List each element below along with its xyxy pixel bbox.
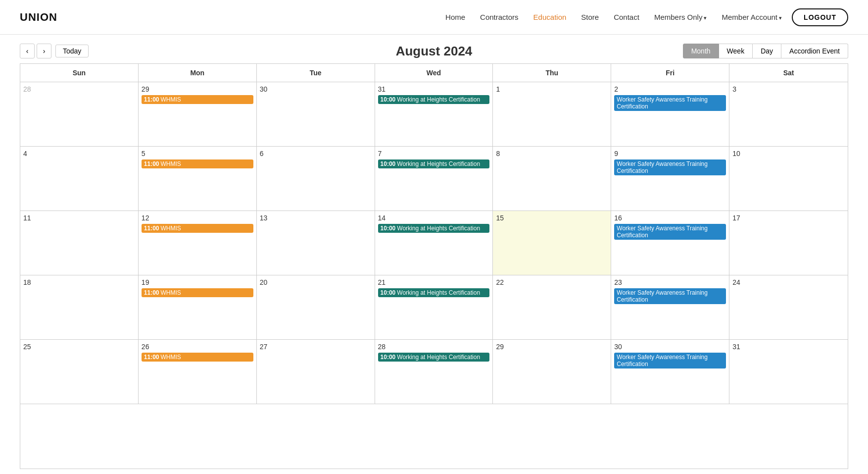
calendar-cell[interactable]: 30Worker Safety Awareness Training Certi… bbox=[611, 340, 729, 404]
nav-member-account[interactable]: Member Account bbox=[722, 13, 782, 21]
event-title: Worker Safety Awareness Training Certifi… bbox=[617, 289, 708, 303]
day-number: 4 bbox=[23, 150, 135, 158]
site-logo: UNION bbox=[20, 11, 57, 24]
nav-contractors[interactable]: Contractors bbox=[480, 13, 519, 21]
calendar-cell[interactable]: 511:00WHMIS bbox=[139, 147, 257, 211]
calendar-event[interactable]: 10:00Working at Heights Certification bbox=[378, 353, 490, 362]
calendar-cell[interactable]: 3110:00Working at Heights Certification bbox=[375, 82, 493, 147]
calendar-cell[interactable]: 1410:00Working at Heights Certification bbox=[375, 211, 493, 275]
calendar-event[interactable]: 10:00Working at Heights Certification bbox=[378, 288, 490, 297]
day-number: 13 bbox=[260, 214, 372, 222]
day-number: 2 bbox=[614, 85, 726, 93]
day-number: 27 bbox=[260, 343, 372, 351]
calendar-cell[interactable]: 16Worker Safety Awareness Training Certi… bbox=[611, 211, 729, 275]
calendar-event[interactable]: Worker Safety Awareness Training Certifi… bbox=[614, 224, 726, 240]
calendar-cell[interactable]: 15 bbox=[493, 211, 611, 275]
calendar-event[interactable]: Worker Safety Awareness Training Certifi… bbox=[614, 95, 726, 111]
calendar-event[interactable]: 11:00WHMIS bbox=[142, 353, 253, 362]
calendar-cell[interactable]: 17 bbox=[729, 211, 848, 275]
calendar-cell[interactable]: 28 bbox=[20, 82, 139, 147]
event-title: Worker Safety Awareness Training Certifi… bbox=[617, 225, 708, 239]
event-title: Worker Safety Awareness Training Certifi… bbox=[617, 96, 708, 110]
nav-store[interactable]: Store bbox=[581, 13, 599, 21]
calendar-cell[interactable]: 1211:00WHMIS bbox=[139, 211, 257, 275]
calendar-event[interactable]: 11:00WHMIS bbox=[142, 95, 253, 104]
calendar-cell[interactable]: 20 bbox=[257, 275, 375, 340]
day-number: 5 bbox=[142, 150, 253, 158]
calendar-event[interactable]: Worker Safety Awareness Training Certifi… bbox=[614, 353, 726, 369]
view-day-button[interactable]: Day bbox=[753, 44, 781, 58]
event-time: 10:00 bbox=[381, 225, 396, 232]
calendar-event[interactable]: 11:00WHMIS bbox=[142, 224, 253, 233]
day-number: 14 bbox=[378, 214, 490, 222]
calendar-event[interactable]: Worker Safety Awareness Training Certifi… bbox=[614, 288, 726, 304]
calendar-cell[interactable]: 25 bbox=[20, 340, 139, 404]
calendar-cell[interactable]: 710:00Working at Heights Certification bbox=[375, 147, 493, 211]
nav-members-only[interactable]: Members Only bbox=[654, 13, 707, 21]
day-number: 22 bbox=[496, 278, 608, 286]
calendar-cell[interactable]: 2611:00WHMIS bbox=[139, 340, 257, 404]
nav-home[interactable]: Home bbox=[445, 13, 465, 21]
calendar-cell[interactable]: 29 bbox=[493, 340, 611, 404]
today-button[interactable]: Today bbox=[55, 45, 89, 57]
next-month-button[interactable]: › bbox=[37, 44, 51, 58]
calendar-cell[interactable]: 2Worker Safety Awareness Training Certif… bbox=[611, 82, 729, 147]
day-number: 17 bbox=[732, 214, 845, 222]
header-thu: Thu bbox=[493, 64, 611, 82]
day-number: 6 bbox=[260, 150, 372, 158]
view-month-button[interactable]: Month bbox=[683, 44, 719, 58]
calendar-cell[interactable]: 2110:00Working at Heights Certification bbox=[375, 275, 493, 340]
calendar-cell[interactable]: 31 bbox=[729, 340, 848, 404]
header-mon: Mon bbox=[139, 64, 257, 82]
logout-button[interactable]: LOGOUT bbox=[792, 8, 848, 26]
calendar-event[interactable]: 11:00WHMIS bbox=[142, 159, 253, 168]
calendar-controls: ‹ › Today August 2024 Month Week Day Acc… bbox=[0, 35, 868, 63]
view-accordion-button[interactable]: Accordion Event bbox=[781, 44, 848, 58]
calendar-cell[interactable]: 24 bbox=[729, 275, 848, 340]
calendar-cell[interactable]: 9Worker Safety Awareness Training Certif… bbox=[611, 147, 729, 211]
calendar-cell[interactable]: 4 bbox=[20, 147, 139, 211]
calendar-cell[interactable]: 8 bbox=[493, 147, 611, 211]
calendar-cell[interactable]: 13 bbox=[257, 211, 375, 275]
calendar-cell[interactable]: 3 bbox=[729, 82, 848, 147]
header-wed: Wed bbox=[375, 64, 493, 82]
prev-month-button[interactable]: ‹ bbox=[20, 44, 35, 58]
event-time: 11:00 bbox=[144, 96, 159, 103]
view-week-button[interactable]: Week bbox=[719, 44, 753, 58]
day-number: 3 bbox=[732, 85, 845, 93]
day-number: 28 bbox=[23, 85, 135, 93]
calendar-cell[interactable]: 1 bbox=[493, 82, 611, 147]
calendar-nav-buttons: ‹ › Today bbox=[20, 44, 89, 58]
day-number: 29 bbox=[496, 343, 608, 351]
view-buttons: Month Week Day Accordion Event bbox=[683, 44, 848, 58]
calendar-cell[interactable]: 2810:00Working at Heights Certification bbox=[375, 340, 493, 404]
calendar-cell[interactable]: 27 bbox=[257, 340, 375, 404]
calendar-cell[interactable]: 1911:00WHMIS bbox=[139, 275, 257, 340]
calendar-title: August 2024 bbox=[396, 44, 473, 59]
event-time: 10:00 bbox=[381, 289, 396, 296]
event-time: 10:00 bbox=[381, 96, 396, 103]
nav-education[interactable]: Education bbox=[533, 13, 567, 21]
calendar-cell[interactable]: 23Worker Safety Awareness Training Certi… bbox=[611, 275, 729, 340]
calendar-event[interactable]: 10:00Working at Heights Certification bbox=[378, 95, 490, 104]
calendar-event[interactable]: 11:00WHMIS bbox=[142, 288, 253, 297]
calendar-event[interactable]: 10:00Working at Heights Certification bbox=[378, 224, 490, 233]
calendar-cell[interactable]: 11 bbox=[20, 211, 139, 275]
calendar-cell[interactable]: 22 bbox=[493, 275, 611, 340]
event-time: 11:00 bbox=[144, 225, 159, 232]
event-title: Working at Heights Certification bbox=[397, 96, 480, 103]
calendar-cell[interactable]: 10 bbox=[729, 147, 848, 211]
calendar-cell[interactable]: 2911:00WHMIS bbox=[139, 82, 257, 147]
calendar-event[interactable]: 10:00Working at Heights Certification bbox=[378, 159, 490, 168]
calendar-grid: Sun Mon Tue Wed Thu Fri Sat 282911:00WHM… bbox=[20, 63, 848, 469]
calendar-cell[interactable]: 18 bbox=[20, 275, 139, 340]
nav-contact[interactable]: Contact bbox=[614, 13, 639, 21]
day-number: 8 bbox=[496, 150, 608, 158]
day-number: 29 bbox=[142, 85, 253, 93]
calendar-event[interactable]: Worker Safety Awareness Training Certifi… bbox=[614, 159, 726, 175]
calendar-cell[interactable]: 6 bbox=[257, 147, 375, 211]
event-title: WHMIS bbox=[161, 225, 181, 232]
calendar-cell[interactable]: 30 bbox=[257, 82, 375, 147]
event-title: Worker Safety Awareness Training Certifi… bbox=[617, 354, 708, 368]
event-title: Working at Heights Certification bbox=[397, 289, 480, 296]
